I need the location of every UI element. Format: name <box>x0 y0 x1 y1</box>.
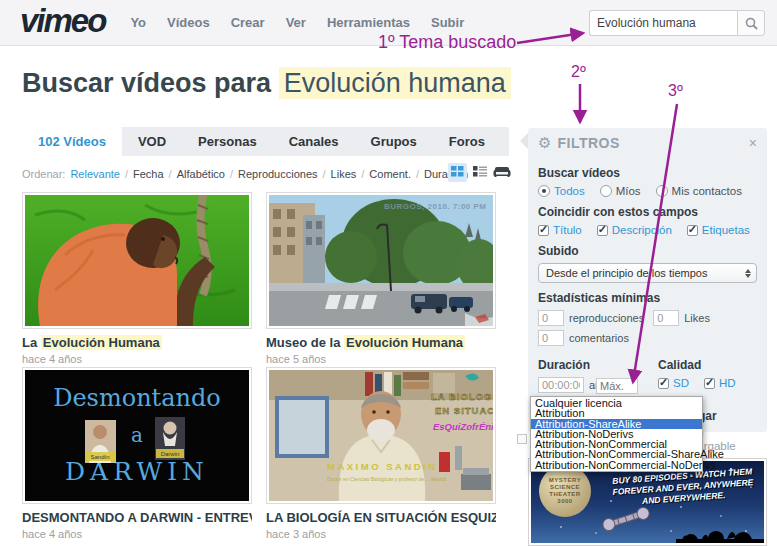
license-dropdown-list: Cualquier licencia Attribution Attributi… <box>530 396 703 472</box>
filters-header: ⚙ FILTROS × <box>528 128 767 158</box>
radio-todos[interactable]: Todos <box>538 185 585 197</box>
video-thumbnail-darwin[interactable]: Desmontando a DARWIN Sandín Darwin <box>22 367 252 504</box>
video-date: hace 3 años <box>266 528 496 540</box>
video-title[interactable]: La Evolución Humana <box>22 335 252 350</box>
video-date: hace 4 años <box>22 528 252 540</box>
checkbox-hd[interactable]: HD <box>704 377 736 389</box>
nav-item-videos[interactable]: Vídeos <box>167 15 210 30</box>
sort-relevante[interactable]: Relevante <box>70 168 120 180</box>
video-date: hace 4 años <box>22 353 252 365</box>
main-nav: Yo Vídeos Crear Ver Herramientas Subir <box>130 15 464 30</box>
video-card[interactable]: LA BIOLOGÍA EN SITUACIÓN EsQuiZofrÉnica … <box>266 367 496 540</box>
overlay-line1: LA BIOLOGÍA <box>431 391 493 402</box>
sort-coment[interactable]: Coment. <box>369 168 411 180</box>
filters-panel: ⚙ FILTROS × Buscar vídeos Todos Míos Mis… <box>528 128 767 432</box>
view-switcher <box>448 163 511 182</box>
video-card[interactable]: Desmontando a DARWIN Sandín Darwin DESMO… <box>22 367 252 540</box>
sort-likes[interactable]: Likes <box>331 168 357 180</box>
sort-label: Ordenar: <box>22 168 65 180</box>
tab-vod[interactable]: VOD <box>122 127 182 156</box>
tab-canales[interactable]: Canales <box>273 127 355 156</box>
sort-fecha[interactable]: Fecha <box>133 168 164 180</box>
min-plays-input[interactable] <box>538 310 564 326</box>
checkbox-descripcion[interactable]: Descripción <box>597 224 672 236</box>
overlay-line4: MAXIMO SANDIN <box>327 461 438 472</box>
partial-checkbox[interactable] <box>517 434 527 444</box>
min-likes-input[interactable] <box>653 310 679 326</box>
video-title[interactable]: Museo de la Evolución Humana <box>266 335 496 350</box>
grid-view-icon[interactable] <box>448 163 467 182</box>
search-bar <box>589 10 765 36</box>
video-card[interactable]: BURGOS, 2010. 7:00 PM Museo de la Evoluc… <box>266 192 496 365</box>
thumb-line2: a <box>131 423 143 447</box>
title-highlight: Evolución Humana <box>344 335 465 350</box>
overlay-line2: EN SITUACIÓN <box>435 405 493 416</box>
tab-foros[interactable]: Foros <box>433 127 501 156</box>
duration-min-input[interactable] <box>538 377 584 393</box>
list-view-icon[interactable] <box>473 166 487 179</box>
page-title: Buscar vídeos para Evolución humana <box>22 68 511 99</box>
video-thumbnail-biologia[interactable]: LA BIOLOGÍA EN SITUACIÓN EsQuiZofrÉnica … <box>266 367 496 504</box>
label-subido: Subido <box>538 244 757 258</box>
sort-alfabetico[interactable]: Alfabético <box>177 168 225 180</box>
filters-title: FILTROS <box>557 135 619 151</box>
nav-item-crear[interactable]: Crear <box>231 15 265 30</box>
gear-icon: ⚙ <box>538 134 551 152</box>
label-duracion: Duración <box>538 358 658 372</box>
overlay-line3: EsQuiZofrÉnica <box>433 421 493 432</box>
thumb-photo-darwin: Darwin <box>155 417 185 460</box>
video-title[interactable]: DESMONTANDO A DARWIN - ENTREVISTA ... <box>22 510 252 525</box>
thumb-photo-sandin: Sandín <box>85 420 116 463</box>
svg-text:Darwin: Darwin <box>161 451 180 457</box>
svg-text:Sandín: Sandín <box>90 454 109 460</box>
search-button[interactable] <box>737 10 765 36</box>
video-thumbnail-orangutan[interactable] <box>22 192 252 329</box>
search-input[interactable] <box>589 10 737 36</box>
close-icon[interactable]: × <box>749 135 757 151</box>
video-title[interactable]: LA BIOLOGÍA EN SITUACIÓN ESQUIZOFRÉ... <box>266 510 496 525</box>
checkbox-etiquetas[interactable]: Etiquetas <box>687 224 750 236</box>
checkbox-titulo[interactable]: Título <box>538 224 582 236</box>
checkbox-sd[interactable]: SD <box>658 377 689 389</box>
page-title-query: Evolución humana <box>279 67 511 99</box>
annotation-2-label: 2º <box>571 63 586 80</box>
radio-mis-contactos[interactable]: Mis contactos <box>656 185 742 197</box>
label-estadisticas: Estadísticas mínimas <box>538 291 757 305</box>
tab-grupos[interactable]: Grupos <box>355 127 433 156</box>
nav-item-ver[interactable]: Ver <box>286 15 306 30</box>
label-coincidir: Coincidir con estos campos <box>538 205 757 219</box>
page-title-prefix: Buscar vídeos para <box>22 68 279 98</box>
tab-personas[interactable]: Personas <box>182 127 273 156</box>
overlay-line5: Doctor en Ciencias Biológicas y profesor… <box>327 476 446 482</box>
min-comments-input[interactable] <box>538 330 564 346</box>
result-tabs: 102 Vídeos VOD Personas Canales Grupos F… <box>22 127 509 156</box>
nav-item-yo[interactable]: Yo <box>130 15 146 30</box>
label-buscar-videos: Buscar vídeos <box>538 166 757 180</box>
label-calidad: Calidad <box>658 358 757 372</box>
tab-videos[interactable]: 102 Vídeos <box>22 127 122 156</box>
mst3k-moon: MYSTERYSCIENCE THEATER3000 <box>539 465 591 517</box>
annotation-3-label: 3º <box>668 82 683 99</box>
video-thumbnail-museum-street[interactable]: BURGOS, 2010. 7:00 PM <box>266 192 496 329</box>
sort-bar: Ordenar: Relevante/ Fecha/ Alfabético/ R… <box>22 165 511 183</box>
video-date: hace 5 años <box>266 353 496 365</box>
duration-max-input[interactable] <box>596 378 638 394</box>
select-stepper-icon <box>745 269 751 278</box>
thumb-caption: BURGOS, 2010. 7:00 PM <box>384 202 487 211</box>
thumb-line1: Desmontando <box>53 384 221 412</box>
nav-item-subir[interactable]: Subir <box>431 15 464 30</box>
title-highlight: Evolución Humana <box>41 335 162 350</box>
license-option[interactable]: Attribution-NonCommercial-NoDerivs <box>531 460 702 470</box>
satellite-icon <box>601 506 650 532</box>
video-card[interactable]: La Evolución Humana hace 4 años <box>22 192 252 365</box>
sort-reproducciones[interactable]: Reproducciones <box>238 168 318 180</box>
couch-mode-icon[interactable] <box>493 166 511 180</box>
silhouettes <box>676 531 764 543</box>
radio-mios[interactable]: Míos <box>600 185 641 197</box>
subido-select[interactable]: Desde el principio de los tiempos <box>538 263 757 283</box>
panel-pointer <box>520 133 528 149</box>
nav-item-herramientas[interactable]: Herramientas <box>327 15 410 30</box>
vimeo-logo[interactable]: vimeo <box>20 2 105 40</box>
vimeo-search-page: vimeo Yo Vídeos Crear Ver Herramientas S… <box>0 0 777 546</box>
top-navigation-bar: vimeo Yo Vídeos Crear Ver Herramientas S… <box>0 0 777 46</box>
